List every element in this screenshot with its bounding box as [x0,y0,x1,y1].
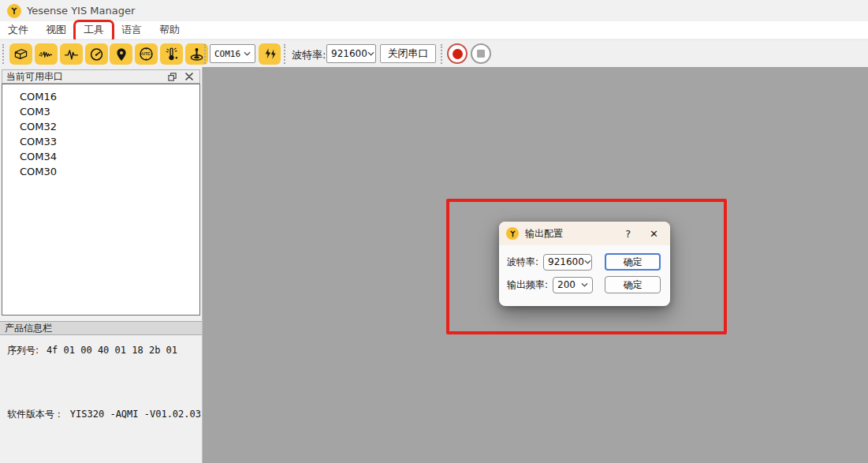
menu-language[interactable]: 语言 [114,21,149,39]
ports-panel-title: 当前可用串口 [6,70,161,84]
baud-rate-value: 921600 [331,48,367,59]
stop-button[interactable] [471,43,491,64]
dialog-app-icon [506,227,519,240]
software-version-value: YIS320 -AQMI -V01.02.03; [70,409,207,420]
window-title: Yesense YIS Manager [27,5,135,17]
gauge-icon[interactable] [85,43,108,65]
baud-rate-select[interactable]: 921600 [326,44,376,63]
com-port-list: COM16 COM3 COM32 COM33 COM34 COM30 [2,84,200,316]
toolbar-drag-handle[interactable] [2,44,4,64]
list-item-com-port[interactable]: COM3 [2,104,199,119]
software-version-label: 软件版本号： [7,409,64,420]
temperature-icon[interactable] [160,43,183,65]
dialog-title: 输出配置 [525,227,563,241]
main-area: 当前可用串口 COM16 COM3 COM32 COM33 COM34 COM3… [0,67,868,463]
3d-model-icon[interactable] [9,43,32,65]
list-item-com-port[interactable]: COM32 [2,119,199,134]
record-button[interactable] [447,43,468,64]
location-pin-icon[interactable] [110,43,132,65]
dialog-frequency-select[interactable]: 200 [553,277,593,293]
dialog-baud-confirm-button[interactable]: 确定 [605,253,661,271]
toolbar-drag-handle[interactable] [441,44,442,64]
dialog-close-button[interactable]: ✕ [646,228,661,240]
refresh-ports-button[interactable] [259,43,281,65]
toolbar-drag-handle[interactable] [284,44,285,64]
chevron-down-icon [367,51,374,56]
output-config-dialog: 输出配置 ? ✕ 波特率: 921600 确定 输出频率: 200 确定 [499,222,670,306]
dialog-frequency-confirm-button[interactable]: 确定 [605,276,661,293]
float-panel-icon[interactable] [166,71,178,82]
product-info-title: 产品信息栏 [5,322,52,335]
serial-number-row: 序列号: 4f 01 00 40 01 18 2b 01 [7,344,177,357]
software-version-row: 软件版本号： YIS320 -AQMI -V01.02.03; [7,408,207,421]
list-item-com-port[interactable]: COM16 [2,89,199,104]
utc-text: UTC [142,51,151,56]
chevron-down-icon [244,51,251,56]
menubar: 文件 视图 工具 语言 帮助 [0,21,868,39]
left-dock-panel: 当前可用串口 COM16 COM3 COM32 COM33 COM34 COM3… [0,67,203,463]
stop-icon [477,50,485,58]
utc-clock-icon[interactable]: UTC [135,43,158,65]
close-serial-port-button[interactable]: 关闭串口 [380,44,436,63]
baud-rate-label: 波特率: [292,48,326,62]
app-logo-icon [7,4,21,18]
menu-tools[interactable]: 工具 [76,21,111,39]
window-titlebar: Yesense YIS Manager [0,0,868,21]
waveform-angle-icon[interactable]: 4 [35,43,58,65]
serial-number-value: 4f 01 00 40 01 18 2b 01 [47,345,177,356]
serial-number-label: 序列号: [7,345,39,356]
menu-file[interactable]: 文件 [1,21,35,39]
list-item-com-port[interactable]: COM30 [2,164,199,179]
record-icon [453,49,463,59]
svg-text:4: 4 [39,50,43,58]
menu-help[interactable]: 帮助 [152,21,187,39]
product-info-header: 产品信息栏 [0,321,202,335]
workspace: 输出配置 ? ✕ 波特率: 921600 确定 输出频率: 200 确定 [203,67,868,463]
dialog-frequency-row: 输出频率: 200 确定 [507,276,661,293]
com-port-select[interactable]: COM16 [210,44,255,63]
dialog-frequency-value: 200 [557,279,576,290]
menu-tools-label: 工具 [84,24,104,35]
waveform-pulse-icon[interactable] [60,43,83,65]
menu-view[interactable]: 视图 [39,21,73,39]
dialog-help-button[interactable]: ? [620,228,635,240]
list-item-com-port[interactable]: COM33 [2,134,199,149]
dialog-baud-value: 921600 [548,256,584,267]
list-item-com-port[interactable]: COM34 [2,149,199,164]
dialog-baud-row: 波特率: 921600 确定 [507,253,661,271]
chevron-down-icon [584,260,591,264]
dialog-frequency-label: 输出频率: [507,278,548,292]
toolbar: 4 UTC COM16 波特率: 921600 关闭串口 [0,39,868,67]
dialog-baud-label: 波特率: [507,256,538,269]
dialog-titlebar: 输出配置 ? ✕ [499,222,670,245]
chevron-down-icon [581,282,588,287]
dialog-baud-select[interactable]: 921600 [543,254,592,271]
toolbar-drag-handle[interactable] [204,44,206,64]
com-port-value: COM16 [214,49,240,59]
ports-panel-header: 当前可用串口 [2,69,200,84]
close-panel-icon[interactable] [183,71,196,82]
